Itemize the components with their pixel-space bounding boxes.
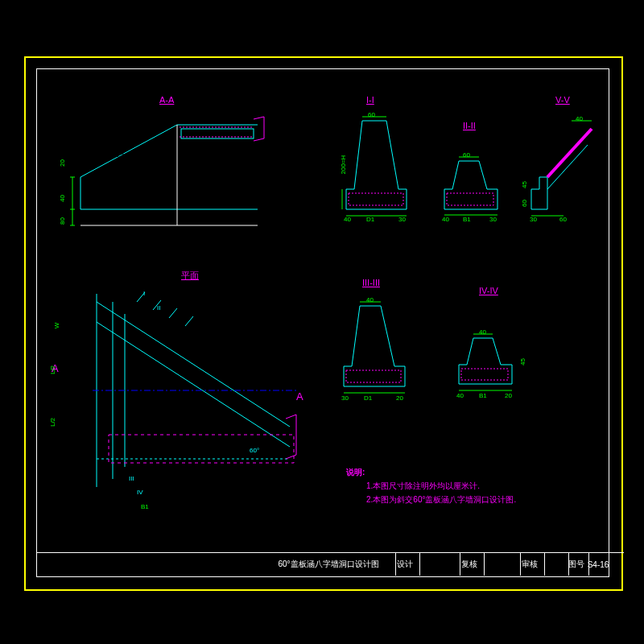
v-v-label: V-V — [555, 95, 570, 105]
iii-iii-drawing — [334, 302, 423, 398]
plan-b1: B1 — [141, 503, 149, 510]
i-i-label: I-I — [366, 95, 374, 105]
aa-dim-v2: 40 — [59, 195, 66, 202]
notes-heading: 说明: — [346, 467, 365, 478]
iii-iii-br: 20 — [396, 394, 403, 402]
aa-dim-v1: 20 — [59, 159, 66, 167]
plan-l1: L/2 — [49, 365, 56, 374]
iv-iv-bl: 40 — [456, 392, 464, 399]
v-v-br: 60 — [559, 216, 567, 223]
v-v-v1: 45 — [521, 181, 528, 188]
ii-ii-drawing — [435, 157, 515, 221]
tb-number: S4-16 — [584, 553, 613, 576]
plan-i: I — [143, 290, 145, 297]
tb-design-val — [415, 553, 460, 576]
iii-iii-label: III-III — [362, 278, 380, 287]
plan-drawing — [64, 286, 298, 503]
plan-a-right: A — [296, 390, 303, 402]
i-i-bl: 40 — [344, 216, 351, 223]
svg-rect-6 — [461, 369, 508, 380]
iii-iii-bm: D1 — [364, 394, 372, 402]
v-v-v2: 60 — [521, 200, 528, 207]
iv-iv-h: 45 — [519, 358, 526, 365]
iv-iv-top: 40 — [479, 328, 486, 336]
plan-w: W — [53, 323, 60, 329]
iv-iv-drawing — [451, 334, 531, 398]
i-i-h: 200=H — [340, 155, 347, 175]
iv-iv-br: 20 — [505, 392, 512, 399]
tb-title: 60°盖板涵八字墙洞口设计图 — [262, 553, 396, 576]
svg-rect-0 — [181, 129, 254, 138]
iv-iv-bm: B1 — [479, 392, 487, 399]
i-i-bm: D1 — [366, 216, 374, 223]
aa-dim-v3: 80 — [59, 217, 66, 225]
section-aa-drawing: 1:1.5 — [64, 113, 266, 242]
plan-angle: 60° — [250, 447, 259, 454]
notes-line1: 1.本图尺寸除注明外均以厘米计. — [366, 481, 480, 492]
iii-iii-top: 40 — [366, 296, 374, 303]
i-i-drawing — [334, 117, 423, 221]
svg-rect-5 — [346, 370, 401, 382]
notes-line2: 2.本图为斜交60°盖板涵八字墙洞口设计图. — [366, 494, 516, 506]
title-block: 60°盖板涵八字墙洞口设计图 设计 复核 审核 图号 S4-16 — [36, 552, 624, 576]
section-aa-label: A-A — [159, 95, 174, 105]
iii-iii-bl: 30 — [341, 394, 349, 402]
ii-ii-br: 30 — [489, 216, 497, 223]
svg-text:1:1.5: 1:1.5 — [109, 151, 125, 159]
plan-label: 平面 — [181, 270, 199, 282]
ii-ii-top: 60 — [463, 151, 470, 159]
svg-rect-3 — [349, 193, 403, 205]
plan-iii: III — [129, 475, 134, 482]
plan-ii: II — [157, 304, 160, 312]
ii-ii-bm: B1 — [463, 216, 471, 223]
plan-iv: IV — [137, 489, 143, 496]
iv-iv-label: IV-IV — [479, 286, 498, 295]
svg-rect-4 — [447, 193, 493, 205]
i-i-br: 30 — [398, 216, 406, 223]
ii-ii-bl: 40 — [442, 216, 449, 223]
v-v-bl: 30 — [530, 216, 537, 223]
v-v-top: 40 — [576, 115, 583, 122]
i-i-top: 60 — [368, 111, 375, 118]
plan-l2: L/2 — [49, 418, 56, 427]
v-v-drawing — [523, 121, 604, 221]
ii-ii-label: II-II — [463, 121, 476, 130]
